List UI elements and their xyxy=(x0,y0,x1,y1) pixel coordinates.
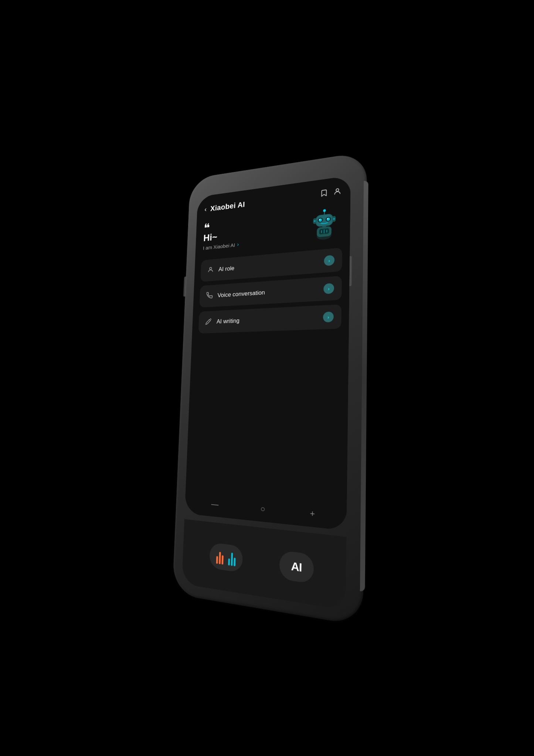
back-button[interactable]: ‹ xyxy=(204,205,207,213)
svg-line-23 xyxy=(210,318,211,319)
ai-writing-icon xyxy=(205,318,212,326)
device: ‹ Xiaobei AI xyxy=(172,151,367,626)
svg-rect-2 xyxy=(317,226,331,237)
svg-point-22 xyxy=(209,267,211,269)
header-icons xyxy=(320,187,341,199)
ai-button-label: AI xyxy=(291,559,302,574)
subtitle-arrow-icon: › xyxy=(237,241,239,247)
svg-point-11 xyxy=(326,217,331,222)
nav-minus-button[interactable]: — xyxy=(211,499,219,509)
voice-conversation-label: Voice conversation xyxy=(217,285,318,299)
svg-point-1 xyxy=(316,231,331,240)
svg-rect-7 xyxy=(322,224,326,227)
svg-rect-3 xyxy=(319,228,329,234)
nav-plus-button[interactable]: + xyxy=(310,508,315,519)
ai-writing-arrow: › xyxy=(323,311,333,322)
svg-point-13 xyxy=(326,217,330,221)
voice-conversation-arrow: › xyxy=(323,283,334,294)
voice-conversation-icon xyxy=(206,291,213,300)
ai-role-icon xyxy=(207,265,214,274)
svg-point-0 xyxy=(336,188,339,191)
svg-rect-9 xyxy=(316,214,332,226)
